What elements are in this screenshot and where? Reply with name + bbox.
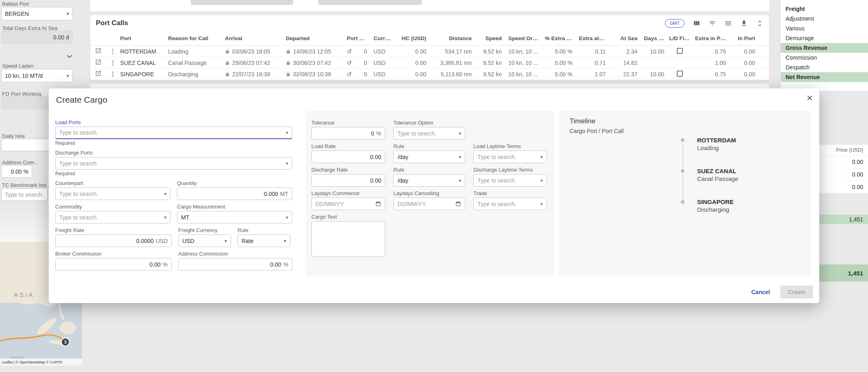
calendar-icon[interactable] (455, 201, 461, 207)
speed-laden-select[interactable]: 10 kn, 10 MT/d ▾ (1, 69, 73, 82)
ld-fixed-checkbox[interactable] (677, 71, 683, 77)
load-laytime-terms-combobox[interactable]: ▾ (473, 151, 547, 163)
freight-rule-select[interactable]: Rate ▾ (238, 234, 290, 247)
form-fragment (318, 0, 422, 5)
ballast-port-select[interactable]: BERGEN ▾ (1, 7, 73, 20)
cancel-button[interactable]: Cancel (751, 289, 770, 295)
tolerance-input[interactable] (315, 130, 374, 137)
pnl-item-net-revenue: Net Revenue (781, 72, 868, 82)
ballast-port-label: Ballast Port (2, 1, 29, 7)
cargo-text-input[interactable] (311, 221, 385, 257)
cargo-main-fields: Load Ports ▾ Required Discharge Ports ▾ … (55, 119, 292, 274)
address-commission-field[interactable] (1, 165, 32, 178)
row-menu-icon[interactable]: ⋮ (106, 47, 117, 55)
chevron-down-icon[interactable]: ▾ (540, 201, 543, 207)
chevron-down-icon[interactable]: ▾ (540, 154, 543, 160)
load-ports-combobox[interactable]: ▾ (55, 127, 292, 139)
chevron-down-icon[interactable]: ▾ (286, 161, 288, 166)
open-port-call-icon[interactable] (95, 70, 101, 77)
discharge-ports-input[interactable] (59, 160, 283, 167)
chevron-down-icon[interactable]: ▾ (164, 215, 166, 220)
unfold-sort-icon[interactable] (756, 19, 764, 27)
map-cluster-marker[interactable]: 3 (61, 338, 69, 346)
counterpart-combobox[interactable]: ▾ (55, 187, 171, 200)
freight-rate-field[interactable]: USD (55, 234, 172, 247)
address-commission-field[interactable]: % (178, 258, 292, 271)
quantity-field[interactable]: MT (177, 187, 292, 200)
tolerance-field[interactable]: % (311, 127, 385, 140)
create-button[interactable]: Create (780, 286, 813, 299)
broker-commission-input[interactable] (59, 261, 161, 268)
cell-reason: Discharging (165, 71, 222, 77)
commodity-combobox[interactable]: ▾ (55, 211, 171, 224)
discharge-laytime-terms-combobox[interactable]: ▾ (473, 174, 547, 187)
chevron-down-icon[interactable]: ▾ (284, 238, 286, 244)
ld-fixed-checkbox[interactable] (677, 48, 683, 54)
address-commission-label: Address Com... (2, 159, 39, 166)
quantity-input[interactable] (181, 191, 278, 197)
freight-currency-select[interactable]: USD ▾ (178, 234, 231, 247)
commodity-input[interactable] (59, 214, 162, 221)
chevron-down-icon[interactable]: ▾ (459, 178, 461, 183)
quantity-label: Quantity (177, 180, 292, 186)
filter-icon[interactable] (708, 19, 716, 27)
quantity-unit: MT (280, 191, 288, 197)
broker-commission-field[interactable]: % (55, 258, 172, 271)
freight-rule-value: Rate (242, 238, 281, 244)
chevron-down-icon[interactable]: ▾ (540, 178, 543, 183)
discharge-laytime-terms-input[interactable] (477, 177, 538, 184)
row-menu-icon[interactable]: ⋮ (106, 70, 117, 78)
gross-revenue-total: 1,451 (819, 215, 868, 224)
cargo-measurement-label: Cargo Measurement (177, 204, 292, 210)
load-laytime-terms-input[interactable] (477, 154, 538, 160)
history-icon[interactable]: ↺ (347, 71, 352, 77)
tolerance-option-input[interactable] (397, 130, 456, 137)
pnl-price-column: Price (USD) 0.00 0.00 0.00 (819, 145, 868, 193)
export-download-icon[interactable] (740, 19, 748, 27)
history-icon[interactable]: ↺ (347, 60, 352, 66)
laydays-commence-field[interactable] (311, 198, 385, 210)
col-ld-fixed: L/D Fixed (667, 35, 692, 41)
load-rate-input[interactable] (315, 154, 381, 160)
laydays-cancelling-input[interactable] (397, 201, 453, 207)
load-rule-value: /day (397, 154, 456, 160)
chevron-down-icon[interactable]: ▾ (225, 238, 227, 244)
view-columns-icon[interactable] (693, 19, 700, 27)
counterpart-input[interactable] (59, 191, 162, 197)
gmt-chip[interactable]: GMT (665, 19, 684, 28)
trade-combobox[interactable]: ▾ (473, 198, 547, 210)
cargo-measurement-select[interactable]: MT ▾ (177, 211, 292, 224)
trade-input[interactable] (477, 201, 538, 207)
discharge-rate-field[interactable] (311, 174, 385, 187)
collapse-section-chevron-icon[interactable] (65, 52, 74, 61)
cell-at-sea: 14.82 (609, 60, 641, 66)
history-icon[interactable]: ↺ (347, 48, 352, 54)
load-rule-select[interactable]: /day ▾ (393, 151, 465, 163)
discharge-rule-select[interactable]: /day ▾ (393, 174, 465, 187)
tolerance-option-combobox[interactable]: ▾ (393, 127, 465, 140)
chevron-down-icon[interactable]: ▾ (459, 131, 461, 136)
load-ports-input[interactable] (59, 129, 283, 136)
cell-distance: 5,113.60 nm (430, 71, 475, 77)
chevron-down-icon[interactable]: ▾ (286, 215, 288, 220)
laydays-cancelling-field[interactable] (393, 198, 465, 210)
chevron-down-icon[interactable]: ▾ (286, 130, 288, 135)
discharge-rate-input[interactable] (315, 177, 381, 184)
density-icon[interactable] (724, 19, 732, 27)
open-port-call-icon[interactable] (95, 47, 101, 54)
laydays-commence-input[interactable] (315, 201, 373, 207)
cell-departed: 02/08/23 10:38 (293, 71, 331, 77)
open-port-call-icon[interactable] (95, 59, 101, 65)
calendar-icon[interactable] (375, 201, 381, 207)
load-rate-field[interactable] (311, 151, 385, 163)
close-icon[interactable]: × (807, 92, 813, 104)
chevron-down-icon[interactable]: ▾ (164, 191, 166, 197)
freight-rate-input[interactable] (59, 238, 153, 244)
load-rate-label: Load Rate (311, 143, 385, 149)
address-commission-input[interactable] (182, 261, 281, 268)
chevron-down-icon[interactable]: ▾ (459, 154, 461, 160)
row-menu-icon[interactable]: ⋮ (106, 59, 117, 67)
tc-benchmark-field[interactable] (1, 188, 48, 201)
map-region-label: ASIA (14, 291, 34, 298)
discharge-ports-combobox[interactable]: ▾ (55, 157, 292, 170)
